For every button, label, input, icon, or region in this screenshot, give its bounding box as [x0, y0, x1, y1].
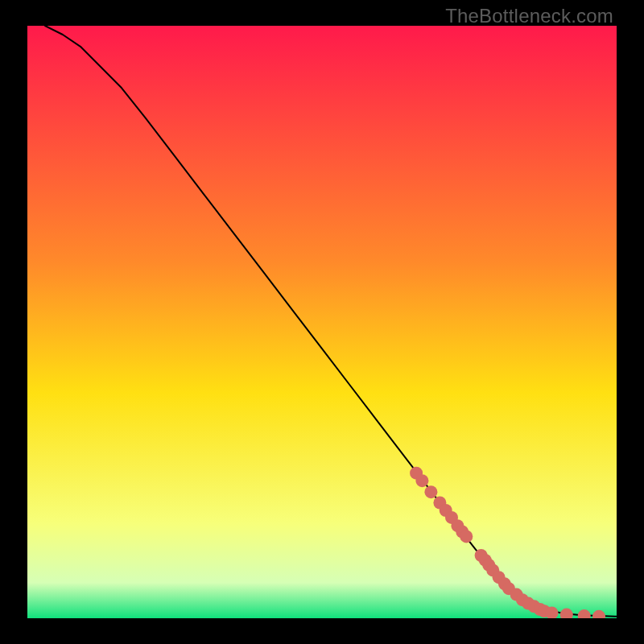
data-marker [460, 530, 473, 543]
watermark-label: TheBottleneck.com [445, 5, 613, 27]
gradient-background [27, 26, 617, 618]
chart-svg [27, 26, 617, 618]
plot-area [27, 26, 617, 618]
chart-frame: TheBottleneck.com [0, 0, 644, 644]
data-marker [424, 485, 437, 498]
data-marker [415, 474, 428, 487]
